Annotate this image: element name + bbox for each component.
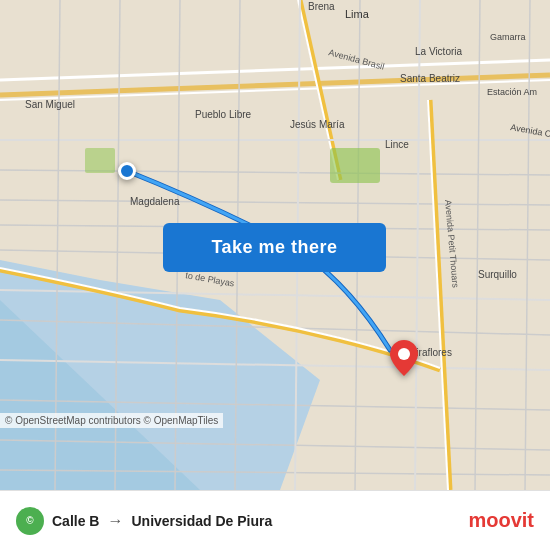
svg-text:Lima: Lima <box>345 8 370 20</box>
svg-text:Jesús María: Jesús María <box>290 119 345 130</box>
svg-text:Brena: Brena <box>308 1 335 12</box>
route-from-label: Calle B <box>52 513 99 529</box>
route-to-label: Universidad De Piura <box>131 513 272 529</box>
svg-text:Estación Am: Estación Am <box>487 87 537 97</box>
svg-text:Magdalena: Magdalena <box>130 196 180 207</box>
map-attribution: © OpenStreetMap contributors © OpenMapTi… <box>0 413 223 428</box>
svg-text:San Miguel: San Miguel <box>25 99 75 110</box>
svg-text:La Victoria: La Victoria <box>415 46 463 57</box>
footer-bar: © Calle B → Universidad De Piura moovit <box>0 490 550 550</box>
svg-text:Surquillo: Surquillo <box>478 269 517 280</box>
svg-rect-30 <box>330 148 380 183</box>
osm-logo: © <box>16 507 44 535</box>
svg-text:Lince: Lince <box>385 139 409 150</box>
origin-marker <box>118 162 136 180</box>
route-arrow-icon: → <box>107 512 123 530</box>
svg-text:Gamarra: Gamarra <box>490 32 526 42</box>
destination-marker <box>390 340 418 380</box>
moovit-brand-text: moovit <box>468 509 534 532</box>
take-me-there-button[interactable]: Take me there <box>163 223 386 272</box>
moovit-logo: moovit <box>468 509 534 532</box>
svg-text:Santa Beatriz: Santa Beatriz <box>400 73 460 84</box>
map-view[interactable]: Lima San Miguel Pueblo Libre La Victoria… <box>0 0 550 490</box>
svg-rect-31 <box>85 148 115 173</box>
route-info: © Calle B → Universidad De Piura <box>16 507 272 535</box>
svg-point-49 <box>398 348 410 360</box>
svg-text:Pueblo Libre: Pueblo Libre <box>195 109 252 120</box>
